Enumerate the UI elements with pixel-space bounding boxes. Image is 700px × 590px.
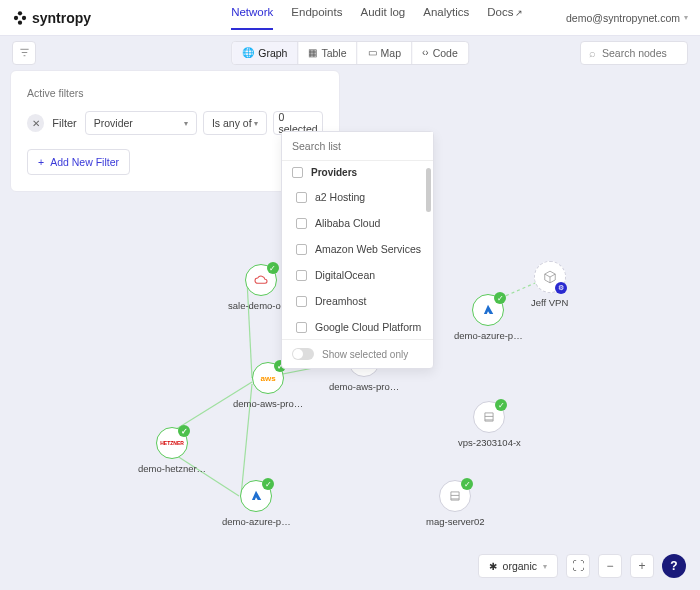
brand-text: syntropy (32, 10, 91, 26)
tab-map[interactable]: ▭Map (358, 42, 412, 64)
checkbox[interactable] (296, 218, 307, 229)
nav-docs[interactable]: Docs↗ (487, 6, 523, 30)
globe-icon: 🌐 (242, 47, 254, 58)
zoom-in-button[interactable]: + (630, 554, 654, 578)
chevron-down-icon: ▾ (543, 562, 547, 571)
tab-table[interactable]: ▦Table (298, 42, 357, 64)
checkbox[interactable] (296, 270, 307, 281)
dropdown-list[interactable]: Providers a2 Hosting Alibaba Cloud Amazo… (282, 161, 433, 339)
checkbox[interactable] (292, 167, 303, 178)
node-circle: ✓ (473, 401, 505, 433)
top-bar: syntropy Network Endpoints Audit log Ana… (0, 0, 700, 36)
bottom-controls: ✱ organic ▾ ⛶ − + ? (478, 554, 686, 578)
node-azure-1[interactable]: ✓ demo-azure-p… (222, 480, 291, 527)
dropdown-item[interactable]: Alibaba Cloud (282, 210, 433, 236)
node-circle: ✓ (245, 264, 277, 296)
chevron-down-icon: ▾ (684, 13, 688, 22)
search-input[interactable] (602, 47, 700, 59)
layout-select[interactable]: ✱ organic ▾ (478, 554, 558, 578)
filter-row: ✕ Filter Provider▾ Is any of▾ 0 selected (27, 111, 323, 135)
checkbox[interactable] (296, 322, 307, 333)
brand-logo: syntropy (12, 10, 91, 26)
show-selected-toggle[interactable] (292, 348, 314, 360)
code-icon: ‹› (422, 47, 429, 58)
nav-audit-log[interactable]: Audit log (360, 6, 405, 30)
cube-icon (543, 270, 557, 284)
node-circle: HETZNER✓ (156, 427, 188, 459)
check-badge-icon: ✓ (267, 262, 279, 274)
search-icon: ⌕ (589, 47, 596, 59)
chevron-down-icon: ▾ (184, 119, 188, 128)
table-icon: ▦ (308, 47, 317, 58)
svg-point-1 (22, 15, 26, 19)
filter-field-select[interactable]: Provider▾ (85, 111, 197, 135)
external-link-icon: ↗ (515, 8, 523, 18)
svg-point-3 (18, 20, 22, 24)
node-aws-2[interactable]: aws✓ demo-aws-pro… (233, 362, 303, 409)
node-azure-2[interactable]: ✓ demo-azure-p… (454, 294, 523, 341)
node-mag[interactable]: ✓ mag-server02 (426, 480, 485, 527)
zoom-out-button[interactable]: − (598, 554, 622, 578)
check-badge-icon: ✓ (178, 425, 190, 437)
svg-point-2 (18, 11, 22, 15)
node-circle: ⚙ (534, 261, 566, 293)
filter-toggle-button[interactable] (12, 41, 36, 65)
filter-panel-title: Active filters (27, 87, 323, 99)
toolbar: 🌐Graph ▦Table ▭Map ‹›Code ⌕ (0, 36, 700, 69)
filter-operator-select[interactable]: Is any of▾ (203, 111, 267, 135)
node-jeff-vpn[interactable]: ⚙ Jeff VPN (531, 261, 568, 308)
checkbox[interactable] (296, 296, 307, 307)
plus-icon: + (38, 156, 44, 168)
dropdown-item[interactable]: Amazon Web Services (282, 236, 433, 262)
node-circle: ✓ (439, 480, 471, 512)
chevron-down-icon: ▾ (254, 119, 258, 128)
nav-endpoints[interactable]: Endpoints (291, 6, 342, 30)
dropdown-item[interactable]: Dreamhost (282, 288, 433, 314)
view-tabs: 🌐Graph ▦Table ▭Map ‹›Code (231, 41, 469, 65)
node-circle: ✓ (472, 294, 504, 326)
nav-network[interactable]: Network (231, 6, 273, 30)
check-badge-icon: ✓ (262, 478, 274, 490)
node-hetzner[interactable]: HETZNER✓ demo-hetzner… (138, 427, 206, 474)
check-badge-icon: ✓ (461, 478, 473, 490)
filter-icon (19, 47, 30, 58)
tab-code[interactable]: ‹›Code (412, 42, 468, 64)
provider-dropdown: Providers a2 Hosting Alibaba Cloud Amazo… (281, 131, 434, 369)
checkbox[interactable] (296, 192, 307, 203)
user-menu[interactable]: demo@syntropynet.com ▾ (566, 12, 688, 24)
dropdown-footer: Show selected only (282, 339, 433, 368)
checkbox[interactable] (296, 244, 307, 255)
check-badge-icon: ✓ (495, 399, 507, 411)
map-icon: ▭ (368, 47, 377, 58)
add-filter-button[interactable]: + Add New Filter (27, 149, 130, 175)
help-button[interactable]: ? (662, 554, 686, 578)
dropdown-group-header: Providers (282, 161, 433, 184)
svg-point-0 (14, 15, 18, 19)
filter-label: Filter (52, 117, 76, 129)
dropdown-item[interactable]: DigitalOcean (282, 262, 433, 288)
dropdown-item[interactable]: a2 Hosting (282, 184, 433, 210)
node-circle: aws✓ (252, 362, 284, 394)
tab-graph[interactable]: 🌐Graph (232, 42, 298, 64)
user-email: demo@syntropynet.com (566, 12, 680, 24)
check-badge-icon: ✓ (494, 292, 506, 304)
search-box[interactable]: ⌕ (580, 41, 688, 65)
gear-icon: ⚙ (555, 282, 567, 294)
remove-filter-button[interactable]: ✕ (27, 114, 44, 132)
nav-analytics[interactable]: Analytics (423, 6, 469, 30)
syntropy-logo-icon (12, 10, 28, 26)
dropdown-search-input[interactable] (282, 132, 433, 160)
fullscreen-icon: ⛶ (572, 559, 584, 573)
node-vps[interactable]: ✓ vps-2303104-x (458, 401, 521, 448)
fit-view-button[interactable]: ⛶ (566, 554, 590, 578)
dropdown-item[interactable]: Google Cloud Platform (282, 314, 433, 339)
scrollbar[interactable] (426, 168, 431, 212)
node-circle: ✓ (240, 480, 272, 512)
main-nav: Network Endpoints Audit log Analytics Do… (231, 6, 523, 30)
layout-icon: ✱ (489, 561, 497, 572)
dropdown-search (282, 132, 433, 161)
